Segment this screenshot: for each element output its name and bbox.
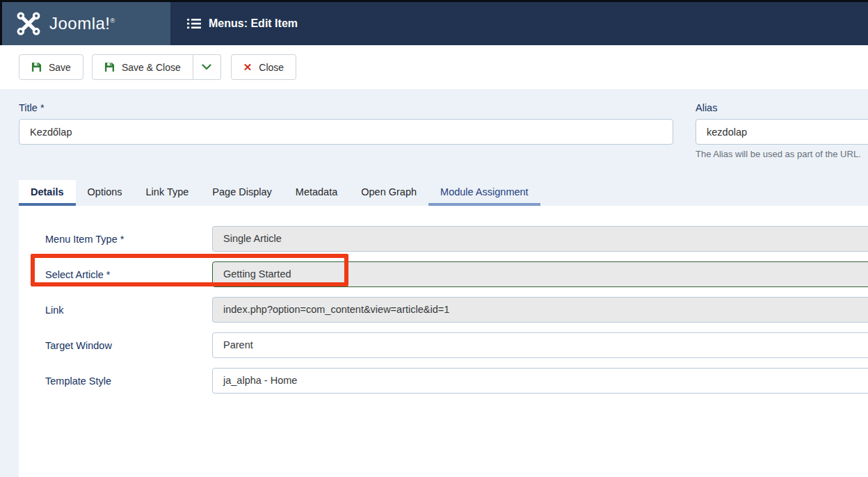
page-title: Menus: Edit Item xyxy=(209,17,298,30)
joomla-logo-icon xyxy=(17,12,40,35)
menu-item-type-row: Menu Item Type * Single Article xyxy=(19,226,868,252)
template-style-row: Template Style ja_alpha - Home xyxy=(19,368,868,394)
close-button[interactable]: ✕ Close xyxy=(231,54,296,80)
template-style-select[interactable]: ja_alpha - Home xyxy=(212,368,868,394)
title-label: Title * xyxy=(19,102,45,113)
save-icon xyxy=(104,62,115,72)
select-article-field[interactable]: Getting Started xyxy=(212,261,868,287)
edit-item-tabs: Details Options Link Type Page Display M… xyxy=(19,180,540,206)
close-icon: ✕ xyxy=(243,62,252,72)
menu-item-type-label: Menu Item Type * xyxy=(19,234,212,245)
template-style-label: Template Style xyxy=(19,375,212,387)
tab-details[interactable]: Details xyxy=(19,180,76,206)
save-and-close-button[interactable]: Save & Close xyxy=(92,54,193,80)
tab-link-type[interactable]: Link Type xyxy=(134,180,201,206)
select-article-row: Select Article * Getting Started xyxy=(19,261,868,287)
alias-label: Alias xyxy=(696,102,717,113)
save-and-close-button-label: Save & Close xyxy=(122,62,181,73)
page-title-bar: Menus: Edit Item xyxy=(170,2,868,45)
target-window-row: Target Window Parent xyxy=(19,332,868,358)
link-row: Link index.php?option=com_content&view=a… xyxy=(19,297,868,323)
app-header: Joomla!® Menus: Edit Item xyxy=(0,0,868,45)
save-icon xyxy=(31,62,42,72)
alias-help-text: The Alias will be used as part of the UR… xyxy=(696,149,861,159)
menu-list-icon xyxy=(187,18,201,29)
target-window-select[interactable]: Parent xyxy=(212,332,868,358)
details-tab-panel: Menu Item Type * Single Article Select A… xyxy=(19,206,868,477)
title-input[interactable] xyxy=(19,119,673,145)
tab-options[interactable]: Options xyxy=(76,180,134,206)
chevron-down-icon xyxy=(202,64,211,70)
registered-mark: ® xyxy=(111,17,115,24)
alias-input[interactable] xyxy=(696,119,868,145)
toolbar: Save Save & Close ✕ Close xyxy=(0,45,868,89)
tab-metadata[interactable]: Metadata xyxy=(284,180,349,206)
joomla-wordmark: Joomla!® xyxy=(49,14,115,33)
edit-item-page: Title * Alias The Alias will be used as … xyxy=(0,89,868,477)
menu-item-type-field[interactable]: Single Article xyxy=(212,226,868,252)
save-close-button-group: Save & Close xyxy=(92,54,221,80)
target-window-label: Target Window xyxy=(19,340,212,351)
link-field: index.php?option=com_content&view=articl… xyxy=(212,297,868,323)
close-button-label: Close xyxy=(259,62,284,73)
select-article-label: Select Article * xyxy=(19,269,212,280)
tab-page-display[interactable]: Page Display xyxy=(200,180,283,206)
save-options-dropdown-toggle[interactable] xyxy=(193,54,221,80)
joomla-logo: Joomla!® xyxy=(0,2,170,45)
tab-open-graph[interactable]: Open Graph xyxy=(349,180,428,206)
link-label: Link xyxy=(19,305,212,316)
save-button[interactable]: Save xyxy=(19,54,83,80)
tab-module-assignment[interactable]: Module Assignment xyxy=(428,180,540,206)
save-button-label: Save xyxy=(49,62,71,73)
